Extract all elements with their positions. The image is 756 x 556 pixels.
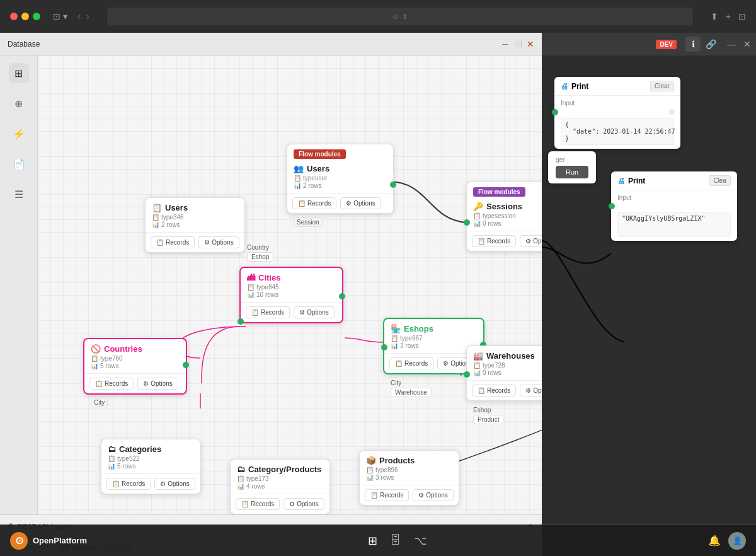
minimize-traffic-light[interactable] (21, 13, 29, 20)
close-traffic-light[interactable] (10, 13, 18, 20)
type-icon: 📋 (294, 175, 301, 182)
products-node: 📦 Products 📋type896 📊3 rows 📋 Records (359, 450, 459, 506)
products-options-btn[interactable]: ⚙ Options (413, 489, 453, 501)
sessions-options-btn[interactable]: ⚙ Options (520, 235, 542, 247)
categories-records-btn[interactable]: 📋 Records (106, 478, 151, 490)
rp-close-btn[interactable]: ✕ (743, 39, 751, 49)
categories-meta: 📋type522 📊5 rows (108, 455, 194, 470)
main-area: Database — ⬜ ✕ ⊞ ⊕ ⚡ 📄 ☰ (0, 33, 756, 556)
warehouses-footer: 📋 Records ⚙ Options (467, 381, 542, 400)
eshops-port-left (381, 344, 387, 350)
countries-footer: 📋 Records ⚙ Options (84, 374, 186, 393)
maximize-traffic-light[interactable] (33, 13, 40, 20)
countries-records-btn[interactable]: 📋 Records (89, 378, 134, 390)
products-records-btn[interactable]: 📋 Records (365, 489, 409, 501)
cities-port-left (238, 318, 244, 325)
address-icon: ⊙ (392, 13, 398, 21)
records-icon: 📋 (298, 200, 306, 207)
traffic-lights (10, 13, 40, 20)
trigger-node: ger Run (548, 151, 596, 183)
sidebar-toggle[interactable]: ⊡ ▾ (53, 11, 67, 21)
plug-icon[interactable]: ⚡ (9, 124, 29, 144)
categories-header: 🗂 Categories 📋type522 📊5 rows (101, 439, 200, 474)
category-products-meta: 📋type173 📊4 rows (237, 475, 323, 490)
cat-prod-icon: 🗂 (237, 465, 245, 474)
users-flow-title: 👥 Users (294, 164, 387, 173)
left-sidebar: ⊞ ⊕ ⚡ 📄 ☰ (0, 55, 38, 537)
products-footer: 📋 Records ⚙ Options (360, 485, 459, 505)
countries-header: 🚫 Countries 📋type760 📊5 rows (84, 339, 186, 374)
list-icon[interactable]: ☰ (9, 184, 29, 204)
cat-prod-records-btn[interactable]: 📋 Records (236, 498, 280, 510)
taskbar: ⊙ OpenPlatform ⊞ 🗄 ⌥ 🔔 👤 (0, 524, 756, 556)
eshop-conn-label: Eshop Product (473, 407, 503, 424)
print2-clear-btn[interactable]: Clea (709, 175, 731, 186)
notification-bell[interactable]: 🔔 (708, 535, 721, 547)
close-button[interactable]: ✕ (527, 40, 534, 48)
taskbar-center: ⊞ 🗄 ⌥ (94, 534, 701, 548)
users-records-btn[interactable]: 📋 Records (151, 236, 195, 248)
address-bar[interactable]: ⊙ ⇧ (107, 8, 693, 25)
add-icon[interactable]: ⊕ (9, 93, 29, 113)
cities-header: 🏙 Cities 📋type845 📊10 rows (241, 268, 342, 303)
grid-icon[interactable]: ⊞ (9, 63, 29, 83)
category-products-header: 🗂 Category/Products 📋type173 📊4 rows (231, 460, 329, 494)
users-meta: 📋type346 📊2 rows (152, 214, 238, 228)
db-body: ⊞ ⊕ ⚡ 📄 ☰ (0, 55, 542, 537)
taskbar-flow-icon[interactable]: ⌥ (414, 534, 427, 548)
maximize-button[interactable]: ⬜ (514, 40, 522, 48)
categories-footer: 📋 Records ⚙ Options (101, 474, 200, 494)
expand-icon[interactable]: ⊡ (669, 108, 674, 115)
forward-arrow[interactable]: › (86, 11, 89, 22)
new-tab-icon[interactable]: + (726, 11, 731, 21)
categories-options-btn[interactable]: ⚙ Options (154, 478, 195, 490)
sessions-flow-footer: 📋 Records ⚙ Options (467, 231, 542, 251)
products-meta: 📋type896 📊3 rows (366, 466, 452, 481)
print1-icon: 🖨 (561, 82, 568, 91)
cat-prod-options-btn[interactable]: ⚙ Options (284, 498, 324, 510)
brand-icon: ⊙ (10, 532, 28, 550)
cities-records-btn[interactable]: 📋 Records (246, 306, 290, 318)
brand: ⊙ OpenPlatform (10, 532, 87, 550)
rows-icon: 📊 (294, 182, 301, 189)
warehouses-records-btn[interactable]: 📋 Records (472, 385, 516, 397)
rp-info-icon[interactable]: ℹ (685, 37, 701, 52)
canvas-area[interactable]: Flow modules 👥 Users 📋typeuser 📊2 rows (38, 55, 542, 537)
print-node-1-body: Input ⊡ { "date": 2023-01-14 22:56:47 } (554, 96, 680, 149)
session-label: Session (294, 217, 323, 227)
back-arrow[interactable]: ‹ (77, 11, 81, 22)
user-avatar[interactable]: 👤 (728, 532, 746, 550)
sessions-flow-port-left (464, 219, 470, 226)
sessions-records-btn[interactable]: 📋 Records (472, 235, 516, 247)
print-node-2-header: 🖨 Print Clea (611, 171, 737, 190)
taskbar-grid-icon[interactable]: ⊞ (368, 534, 377, 548)
users-options-btn[interactable]: ⚙ Options (198, 236, 239, 248)
products-title: 📦 Products (366, 456, 452, 465)
minimize-button[interactable]: — (501, 40, 509, 48)
warehouses-title: 🏭 Warehouses (473, 351, 542, 361)
database-window: Database — ⬜ ✕ ⊞ ⊕ ⚡ 📄 ☰ (0, 33, 542, 556)
eshops-records-btn[interactable]: 📋 Records (389, 357, 433, 369)
users-flow-records-btn[interactable]: 📋 Records (292, 197, 336, 209)
brand-label: OpenPlatform (33, 536, 87, 545)
countries-options-btn[interactable]: ⚙ Options (137, 378, 178, 390)
file-icon[interactable]: 📄 (9, 154, 29, 174)
users-flow-options-btn[interactable]: ⚙ Options (340, 197, 381, 209)
sessions-icon: 🔑 (473, 202, 483, 211)
right-panel-header: DEV ℹ 🔗 — ✕ (542, 33, 756, 55)
print1-clear-btn[interactable]: Clear (650, 81, 674, 91)
warehouses-icon: 🏭 (473, 351, 483, 361)
cities-options-btn[interactable]: ⚙ Options (294, 306, 334, 318)
taskbar-db-icon[interactable]: 🗄 (390, 534, 401, 547)
print2-icon: 🖨 (617, 177, 625, 185)
share-icon[interactable]: ⬆ (711, 11, 718, 21)
rp-minimize-btn[interactable]: — (727, 39, 736, 49)
warehouses-options-btn[interactable]: ⚙ Options (520, 385, 542, 397)
category-products-footer: 📋 Records ⚙ Options (231, 494, 329, 514)
browser-chrome: ⊡ ▾ ‹ › ⊙ ⇧ ⬆ + ⊡ (0, 0, 756, 33)
print-node-1-header: 🖨 Print Clear (554, 77, 680, 96)
extensions-icon[interactable]: ⊡ (738, 11, 746, 21)
rp-link-icon[interactable]: 🔗 (703, 37, 718, 52)
cities-footer: 📋 Records ⚙ Options (241, 303, 342, 322)
run-button[interactable]: Run (556, 166, 588, 178)
